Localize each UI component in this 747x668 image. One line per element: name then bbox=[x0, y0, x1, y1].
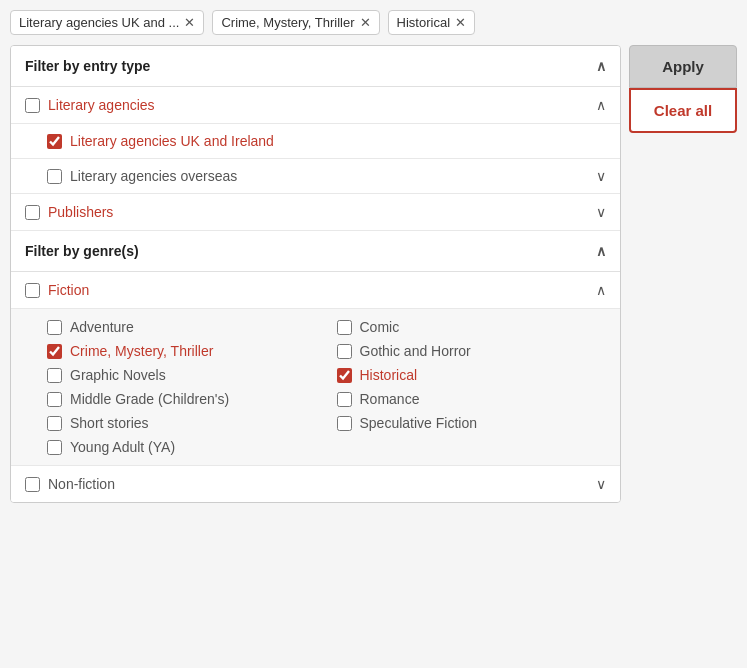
genre-label: Filter by genre(s) bbox=[25, 243, 139, 259]
fiction-row: Fiction ∧ bbox=[11, 272, 620, 309]
tag-crime-mystery-close[interactable]: ✕ bbox=[360, 16, 371, 29]
fiction-item-graphic: Graphic Novels bbox=[47, 367, 317, 383]
adventure-checkbox[interactable] bbox=[47, 320, 62, 335]
young-adult-label[interactable]: Young Adult (YA) bbox=[70, 439, 175, 455]
nonfiction-label[interactable]: Non-fiction bbox=[48, 476, 115, 492]
genre-header: Filter by genre(s) ∧ bbox=[11, 231, 620, 272]
gothic-label[interactable]: Gothic and Horror bbox=[360, 343, 471, 359]
publishers-chevron[interactable]: ∨ bbox=[596, 204, 606, 220]
short-stories-checkbox[interactable] bbox=[47, 416, 62, 431]
tag-historical[interactable]: Historical ✕ bbox=[388, 10, 475, 35]
tag-literary-agencies[interactable]: Literary agencies UK and ... ✕ bbox=[10, 10, 204, 35]
graphic-label[interactable]: Graphic Novels bbox=[70, 367, 166, 383]
historical-label[interactable]: Historical bbox=[360, 367, 418, 383]
filter-panel: Filter by entry type ∧ Literary agencies… bbox=[10, 45, 621, 503]
fiction-item-short-stories: Short stories bbox=[47, 415, 317, 431]
gothic-checkbox[interactable] bbox=[337, 344, 352, 359]
literary-agencies-overseas-checkbox[interactable] bbox=[47, 169, 62, 184]
literary-agencies-uk-left: Literary agencies UK and Ireland bbox=[47, 133, 274, 149]
tag-bar: Literary agencies UK and ... ✕ Crime, My… bbox=[10, 10, 737, 35]
speculative-checkbox[interactable] bbox=[337, 416, 352, 431]
tag-literary-agencies-close[interactable]: ✕ bbox=[184, 16, 195, 29]
romance-label[interactable]: Romance bbox=[360, 391, 420, 407]
publishers-label[interactable]: Publishers bbox=[48, 204, 113, 220]
genre-chevron-up[interactable]: ∧ bbox=[596, 243, 606, 259]
historical-checkbox[interactable] bbox=[337, 368, 352, 383]
fiction-subgrid-container: Adventure Comic Crime, Mystery, Thriller… bbox=[11, 309, 620, 466]
nonfiction-checkbox[interactable] bbox=[25, 477, 40, 492]
middle-grade-label[interactable]: Middle Grade (Children's) bbox=[70, 391, 229, 407]
fiction-subgrid: Adventure Comic Crime, Mystery, Thriller… bbox=[47, 319, 606, 455]
fiction-item-crime: Crime, Mystery, Thriller bbox=[47, 343, 317, 359]
side-buttons: Apply Clear all bbox=[629, 45, 737, 133]
adventure-label[interactable]: Adventure bbox=[70, 319, 134, 335]
literary-agencies-label[interactable]: Literary agencies bbox=[48, 97, 155, 113]
fiction-item-young-adult: Young Adult (YA) bbox=[47, 439, 317, 455]
fiction-chevron-up[interactable]: ∧ bbox=[596, 282, 606, 298]
young-adult-checkbox[interactable] bbox=[47, 440, 62, 455]
tag-crime-mystery[interactable]: Crime, Mystery, Thriller ✕ bbox=[212, 10, 379, 35]
fiction-item-romance: Romance bbox=[337, 391, 607, 407]
fiction-grid-spacer bbox=[337, 439, 607, 455]
apply-button[interactable]: Apply bbox=[629, 45, 737, 88]
tag-crime-mystery-label: Crime, Mystery, Thriller bbox=[221, 15, 354, 30]
publishers-left: Publishers bbox=[25, 204, 113, 220]
clear-all-button[interactable]: Clear all bbox=[629, 88, 737, 133]
tag-historical-close[interactable]: ✕ bbox=[455, 16, 466, 29]
literary-agencies-overseas-row: Literary agencies overseas ∨ bbox=[11, 159, 620, 194]
fiction-item-speculative: Speculative Fiction bbox=[337, 415, 607, 431]
literary-agencies-overseas-left: Literary agencies overseas bbox=[47, 168, 237, 184]
fiction-item-comic: Comic bbox=[337, 319, 607, 335]
publishers-checkbox[interactable] bbox=[25, 205, 40, 220]
entry-type-header: Filter by entry type ∧ bbox=[11, 46, 620, 87]
comic-label[interactable]: Comic bbox=[360, 319, 400, 335]
nonfiction-left: Non-fiction bbox=[25, 476, 115, 492]
fiction-checkbox[interactable] bbox=[25, 283, 40, 298]
comic-checkbox[interactable] bbox=[337, 320, 352, 335]
literary-agencies-overseas-chevron[interactable]: ∨ bbox=[596, 168, 606, 184]
speculative-label[interactable]: Speculative Fiction bbox=[360, 415, 478, 431]
tag-historical-label: Historical bbox=[397, 15, 450, 30]
literary-agencies-uk-row: Literary agencies UK and Ireland bbox=[11, 124, 620, 159]
entry-type-chevron-up[interactable]: ∧ bbox=[596, 58, 606, 74]
fiction-item-historical: Historical bbox=[337, 367, 607, 383]
graphic-checkbox[interactable] bbox=[47, 368, 62, 383]
fiction-item-adventure: Adventure bbox=[47, 319, 317, 335]
fiction-left: Fiction bbox=[25, 282, 89, 298]
literary-agencies-chevron-up[interactable]: ∧ bbox=[596, 97, 606, 113]
fiction-item-gothic: Gothic and Horror bbox=[337, 343, 607, 359]
short-stories-label[interactable]: Short stories bbox=[70, 415, 149, 431]
nonfiction-row: Non-fiction ∨ bbox=[11, 466, 620, 502]
literary-agencies-row: Literary agencies ∧ bbox=[11, 87, 620, 124]
middle-grade-checkbox[interactable] bbox=[47, 392, 62, 407]
literary-agencies-checkbox[interactable] bbox=[25, 98, 40, 113]
tag-literary-agencies-label: Literary agencies UK and ... bbox=[19, 15, 179, 30]
literary-agencies-uk-checkbox[interactable] bbox=[47, 134, 62, 149]
crime-checkbox[interactable] bbox=[47, 344, 62, 359]
crime-label[interactable]: Crime, Mystery, Thriller bbox=[70, 343, 213, 359]
publishers-row: Publishers ∨ bbox=[11, 194, 620, 231]
literary-agencies-uk-label[interactable]: Literary agencies UK and Ireland bbox=[70, 133, 274, 149]
literary-agencies-left: Literary agencies bbox=[25, 97, 155, 113]
fiction-label[interactable]: Fiction bbox=[48, 282, 89, 298]
nonfiction-chevron[interactable]: ∨ bbox=[596, 476, 606, 492]
fiction-item-middle-grade: Middle Grade (Children's) bbox=[47, 391, 317, 407]
literary-agencies-overseas-label[interactable]: Literary agencies overseas bbox=[70, 168, 237, 184]
romance-checkbox[interactable] bbox=[337, 392, 352, 407]
main-layout: Filter by entry type ∧ Literary agencies… bbox=[10, 45, 737, 503]
entry-type-label: Filter by entry type bbox=[25, 58, 150, 74]
